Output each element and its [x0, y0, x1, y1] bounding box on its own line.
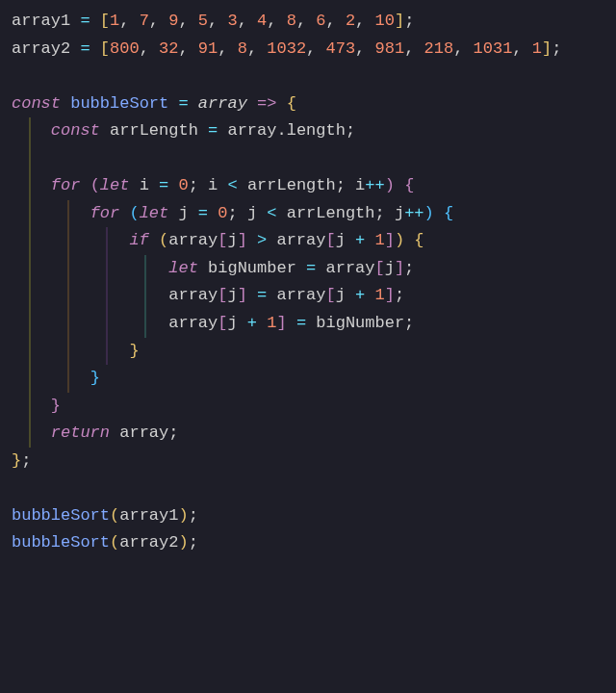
dot: . — [276, 121, 286, 140]
bracket: [ — [325, 286, 335, 304]
operator: = — [208, 121, 227, 140]
brace: } — [90, 369, 100, 387]
bracket: [ — [375, 259, 385, 277]
operator: = — [80, 39, 99, 58]
number: 8 — [238, 39, 247, 58]
variable: array1 — [12, 12, 80, 30]
semicolon: ; — [189, 506, 198, 525]
keyword: let — [100, 176, 140, 194]
number: 0 — [218, 204, 227, 222]
blank-line — [12, 63, 604, 90]
paren: ( — [110, 533, 119, 552]
bracket: ] — [385, 286, 395, 304]
variable: j — [336, 231, 355, 249]
code-line: for (let i = 0; i < arrLength; i++) { — [12, 172, 604, 200]
number: 1 — [110, 12, 119, 30]
comma: , — [404, 39, 424, 58]
variable: j — [227, 286, 237, 304]
bracket: [ — [218, 231, 227, 249]
number: 473 — [326, 39, 356, 58]
variable: i — [208, 176, 227, 194]
semicolon: ; — [552, 39, 561, 58]
comma: , — [140, 39, 159, 58]
number: 6 — [316, 12, 325, 30]
comma: , — [355, 12, 374, 30]
operator: + — [355, 286, 374, 304]
keyword: let — [140, 204, 179, 222]
bracket: ] — [542, 39, 552, 58]
code-line: if (array[j] > array[j + 1]) { — [12, 227, 604, 255]
operator: = — [80, 12, 99, 30]
number: 32 — [159, 39, 178, 58]
keyword: let — [168, 259, 208, 277]
operator: = — [306, 259, 325, 277]
semicolon: ; — [336, 176, 355, 194]
blank-line — [12, 475, 604, 502]
variable: array — [276, 231, 325, 249]
number: 10 — [375, 12, 395, 30]
number: 981 — [375, 39, 405, 58]
brace: { — [444, 204, 453, 222]
variable: array — [227, 121, 276, 140]
code-line: } — [12, 338, 604, 366]
comma: , — [453, 39, 473, 58]
comma: , — [326, 12, 346, 30]
variable: j — [247, 204, 267, 222]
bracket: ] — [385, 231, 395, 249]
keyword: for — [90, 204, 130, 222]
bracket: [ — [325, 231, 335, 249]
variable: array — [276, 286, 325, 304]
comma: , — [178, 39, 197, 58]
bracket: ] — [238, 286, 257, 304]
bracket: [ — [100, 39, 110, 58]
property: length — [287, 121, 346, 140]
comma: , — [296, 12, 316, 30]
variable: j — [227, 314, 246, 332]
paren: ( — [159, 231, 168, 249]
number: 800 — [110, 39, 140, 58]
variable: array — [325, 259, 374, 277]
bracket: [ — [218, 314, 227, 332]
operator: > — [257, 231, 276, 249]
comma: , — [247, 39, 267, 58]
brace: { — [404, 176, 414, 194]
keyword: return — [51, 424, 119, 442]
bracket: ] — [238, 231, 257, 249]
code-line: } — [12, 393, 604, 421]
operator: ++ — [404, 204, 424, 222]
keyword: const — [51, 121, 110, 140]
paren: ) — [395, 231, 414, 249]
function-call: bubbleSort — [12, 533, 110, 552]
semicolon: ; — [21, 451, 31, 470]
operator: < — [227, 176, 246, 194]
operator: + — [247, 314, 267, 332]
semicolon: ; — [227, 204, 246, 222]
code-line: const bubbleSort = array => { — [12, 90, 604, 118]
variable: bigNumber — [316, 314, 404, 332]
operator: + — [355, 231, 374, 249]
code-line: array[j] = array[j + 1]; — [12, 282, 604, 310]
code-line: bubbleSort(array2); — [12, 529, 604, 557]
bracket: [ — [218, 286, 227, 304]
operator: ++ — [365, 176, 384, 194]
arrow: => — [257, 94, 287, 113]
keyword: if — [129, 231, 159, 249]
brace: } — [51, 397, 61, 415]
comma: , — [238, 12, 257, 30]
variable: arrLength — [247, 176, 336, 194]
number: 5 — [198, 12, 208, 30]
variable: array — [168, 286, 218, 304]
comma: , — [267, 12, 286, 30]
code-line: let bigNumber = array[j]; — [12, 255, 604, 283]
number: 1032 — [267, 39, 306, 58]
variable: array2 — [119, 533, 178, 552]
variable: array1 — [119, 506, 178, 525]
code-line: } — [12, 365, 604, 393]
semicolon: ; — [395, 286, 404, 304]
comma: , — [306, 39, 325, 58]
paren: ( — [129, 204, 139, 222]
code-line: bubbleSort(array1); — [12, 502, 604, 530]
paren: ) — [178, 533, 188, 552]
comma: , — [149, 12, 168, 30]
code-line: for (let j = 0; j < arrLength; j++) { — [12, 200, 604, 228]
